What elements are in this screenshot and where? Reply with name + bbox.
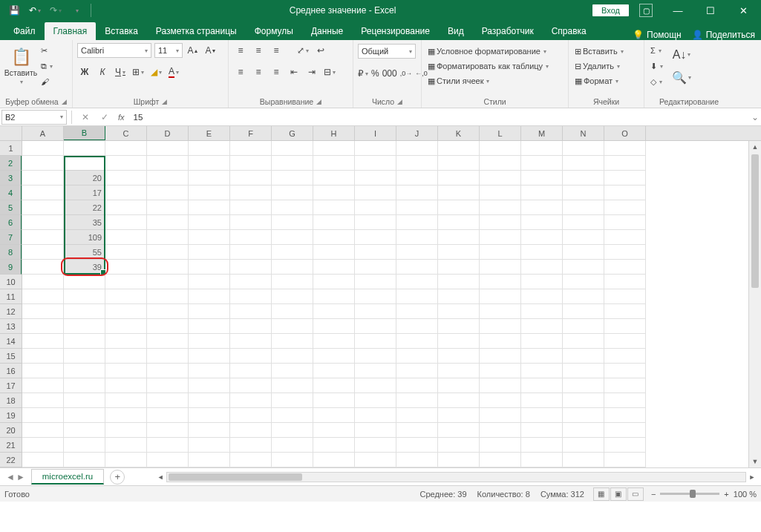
- name-box[interactable]: B2▾: [1, 110, 67, 125]
- cell[interactable]: [480, 200, 521, 215]
- cell[interactable]: [105, 393, 147, 408]
- cancel-formula-icon[interactable]: ✕: [79, 112, 91, 122]
- cell[interactable]: [147, 245, 189, 260]
- cell[interactable]: [230, 141, 272, 156]
- cell[interactable]: [272, 364, 313, 378]
- bold-button[interactable]: Ж: [77, 65, 92, 79]
- cell[interactable]: [22, 171, 64, 185]
- cell[interactable]: [604, 304, 646, 319]
- column-header[interactable]: C: [105, 126, 147, 140]
- row-header[interactable]: 4: [0, 185, 22, 200]
- cell[interactable]: [313, 171, 355, 185]
- undo-icon[interactable]: ↶▾: [27, 2, 43, 19]
- comma-icon[interactable]: 000: [382, 66, 397, 81]
- cell[interactable]: [355, 364, 396, 378]
- cell[interactable]: [480, 393, 521, 408]
- cell[interactable]: [189, 230, 230, 245]
- row-header[interactable]: 1: [0, 141, 22, 156]
- underline-button[interactable]: Ч▾: [113, 65, 128, 79]
- borders-button[interactable]: ⊞▾: [131, 65, 146, 79]
- cell[interactable]: [22, 334, 64, 349]
- cell[interactable]: [230, 349, 272, 364]
- cell[interactable]: [396, 349, 438, 364]
- cell[interactable]: [480, 230, 521, 245]
- cell[interactable]: [313, 215, 355, 230]
- cell[interactable]: [480, 453, 521, 467]
- row-header[interactable]: 9: [0, 260, 22, 275]
- cell[interactable]: [438, 378, 480, 393]
- paste-button[interactable]: 📋 Вставить ▾: [4, 42, 37, 90]
- cell[interactable]: [355, 378, 396, 393]
- cell[interactable]: [563, 230, 604, 245]
- cell[interactable]: [230, 215, 272, 230]
- cell[interactable]: [147, 334, 189, 349]
- cell[interactable]: [563, 319, 604, 334]
- cell[interactable]: [604, 275, 646, 289]
- cell[interactable]: [313, 245, 355, 260]
- cell[interactable]: [189, 453, 230, 467]
- cell[interactable]: [105, 275, 147, 289]
- cell[interactable]: [480, 156, 521, 171]
- fx-icon[interactable]: fx: [118, 113, 125, 122]
- cell[interactable]: [272, 215, 313, 230]
- sheet-nav-next-icon[interactable]: ►: [16, 472, 25, 482]
- cell[interactable]: [604, 141, 646, 156]
- italic-button[interactable]: К: [95, 65, 110, 79]
- tab-view[interactable]: Вид: [439, 22, 473, 40]
- column-header[interactable]: J: [396, 126, 438, 140]
- cell[interactable]: [189, 156, 230, 171]
- column-header[interactable]: L: [480, 126, 521, 140]
- align-right-icon[interactable]: ≡: [269, 65, 284, 79]
- cell[interactable]: [563, 364, 604, 378]
- cell[interactable]: [521, 378, 563, 393]
- redo-icon[interactable]: ↷▾: [48, 2, 64, 19]
- format-cells-button[interactable]: ▦Формат▾: [573, 74, 639, 88]
- cell[interactable]: [147, 289, 189, 304]
- cell[interactable]: [563, 393, 604, 408]
- cell[interactable]: [563, 378, 604, 393]
- cell[interactable]: [355, 185, 396, 200]
- page-break-view-icon[interactable]: ▭: [627, 487, 644, 501]
- horizontal-scrollbar[interactable]: ◄ ►: [154, 472, 758, 482]
- cell[interactable]: [64, 378, 105, 393]
- orientation-icon[interactable]: ⤢▾: [295, 43, 310, 58]
- cell[interactable]: [147, 215, 189, 230]
- cell[interactable]: [438, 200, 480, 215]
- cell[interactable]: [396, 289, 438, 304]
- cell[interactable]: [105, 378, 147, 393]
- cell[interactable]: [189, 319, 230, 334]
- cell[interactable]: [438, 408, 480, 423]
- font-size-combo[interactable]: 11▾: [154, 43, 183, 58]
- cell[interactable]: [604, 378, 646, 393]
- cell[interactable]: [313, 156, 355, 171]
- cell[interactable]: [563, 304, 604, 319]
- cell[interactable]: [313, 364, 355, 378]
- cell[interactable]: [480, 171, 521, 185]
- cell[interactable]: [604, 215, 646, 230]
- align-center-icon[interactable]: ≡: [251, 65, 266, 79]
- cell[interactable]: [105, 453, 147, 467]
- cell[interactable]: [521, 260, 563, 275]
- autosum-button[interactable]: Σ▾: [649, 44, 664, 57]
- minimize-button[interactable]: —: [663, 0, 693, 21]
- column-header[interactable]: G: [272, 126, 313, 140]
- cell[interactable]: [105, 334, 147, 349]
- cell[interactable]: [22, 378, 64, 393]
- row-header[interactable]: 21: [0, 438, 22, 453]
- zoom-out-button[interactable]: −: [651, 490, 656, 499]
- scroll-left-icon[interactable]: ◄: [154, 472, 166, 482]
- cell[interactable]: [22, 349, 64, 364]
- cell[interactable]: [64, 304, 105, 319]
- cell[interactable]: [230, 185, 272, 200]
- cell[interactable]: [355, 245, 396, 260]
- cell[interactable]: [189, 260, 230, 275]
- row-header[interactable]: 11: [0, 289, 22, 304]
- cell[interactable]: [313, 200, 355, 215]
- cell[interactable]: [105, 304, 147, 319]
- cell[interactable]: [272, 453, 313, 467]
- cell[interactable]: [22, 185, 64, 200]
- cell[interactable]: [438, 289, 480, 304]
- cell[interactable]: [313, 319, 355, 334]
- cell[interactable]: [22, 215, 64, 230]
- cell[interactable]: [313, 378, 355, 393]
